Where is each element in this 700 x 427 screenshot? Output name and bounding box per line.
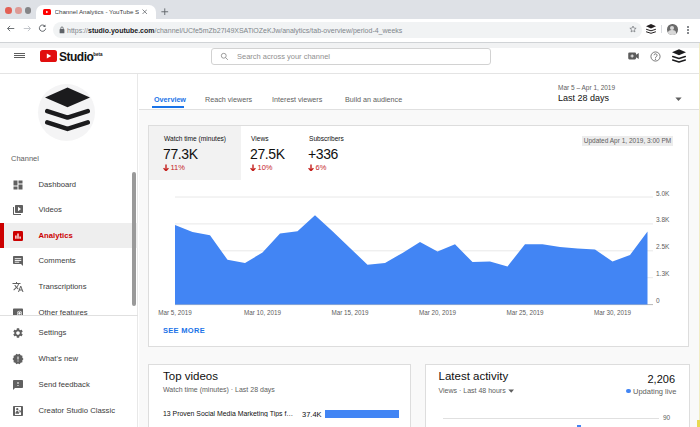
svg-text:2.5K: 2.5K <box>656 243 670 250</box>
svg-text:Mar 15, 2019: Mar 15, 2019 <box>331 309 369 316</box>
svg-text:0: 0 <box>656 297 660 304</box>
svg-text:5.0K: 5.0K <box>656 190 670 197</box>
svg-text:Mar 20, 2019: Mar 20, 2019 <box>419 309 457 316</box>
svg-text:1.3K: 1.3K <box>656 270 670 277</box>
svg-text:Mar 25, 2019: Mar 25, 2019 <box>506 309 544 316</box>
svg-text:Mar 30, 2019: Mar 30, 2019 <box>594 309 632 316</box>
svg-text:Mar 10, 2019: Mar 10, 2019 <box>244 309 282 316</box>
svg-text:3.8K: 3.8K <box>656 216 670 223</box>
svg-text:Mar 5, 2019: Mar 5, 2019 <box>158 309 192 316</box>
